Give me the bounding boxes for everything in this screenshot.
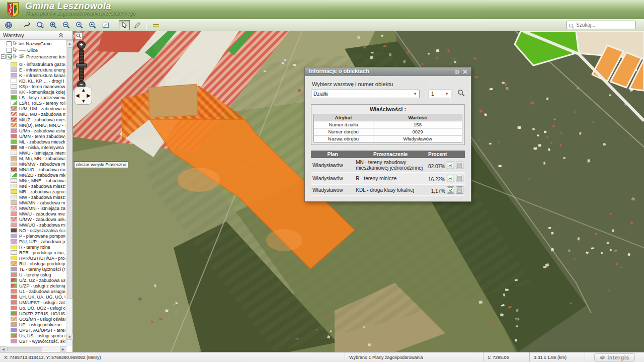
legend-item[interactable]: MW/MN - zabudowa mieszkaniowa [0, 200, 66, 205]
dialog-titlebar[interactable]: Informacje o obiektach [305, 67, 471, 76]
legend-item[interactable]: MN(U), MN/U, MN,U - zabudowa [0, 122, 66, 128]
pan-pad[interactable]: ▲ ▼ ◀ ▶ [74, 87, 92, 105]
legend-item[interactable]: M, Mn, MN - zabudowa mieszkaniowa [0, 156, 66, 161]
legend-item[interactable]: LS - lasy i zadrzewienia [0, 95, 66, 100]
chart-icon[interactable] [447, 175, 454, 182]
legend-item[interactable]: E - infrastruktura energetyczna [0, 67, 66, 73]
legend-item[interactable]: UH, UK, UA, UG, UO, UST - usługi [0, 294, 66, 300]
scroll-up-icon[interactable]: ▲ [66, 40, 73, 46]
legend-item[interactable]: LS/R, R/LS - tereny rolne i leśne [0, 100, 66, 106]
legend-item[interactable]: UO/ZP, ZP/US, UO/US - usługi [0, 311, 66, 316]
legend-item[interactable]: NO - oczyszczalnia ścieków [0, 228, 66, 233]
legend-item[interactable]: U/M, UM - zabudowa usługowa [0, 106, 66, 111]
legend-item[interactable]: ML - zabudowa mieszkaniowa [0, 139, 66, 144]
collapse-panel-icon[interactable] [58, 33, 63, 39]
pan-down-icon[interactable]: ▼ [81, 99, 86, 104]
legend-item[interactable]: U/ZP - usługi z zielenią towarzyszącą [0, 283, 66, 288]
select-pointer-button[interactable] [119, 20, 130, 30]
chart-icon[interactable] [447, 186, 454, 194]
legend-item[interactable]: Uo, UO, UO2 - usługi oświaty [0, 305, 66, 311]
pan-up-icon[interactable]: ▲ [81, 88, 86, 93]
legend-item[interactable]: MR - zabudowa zagrodowa [0, 189, 66, 194]
horizontal-scrollbar[interactable]: ◀ ▶ [0, 346, 66, 352]
search-input[interactable] [576, 21, 634, 29]
legend-item[interactable]: U - tereny usług [0, 272, 66, 277]
collapse-node-icon[interactable]: − [1, 54, 6, 59]
legend-item[interactable]: MNe, MNE - zabudowa mieszkaniowa [0, 178, 66, 183]
legend-item[interactable]: P/U, U/P - zabudowa produkcyjna [0, 239, 66, 244]
zoom-out-button[interactable] [61, 20, 72, 30]
legend-item[interactable]: MW/UO - zabudowa mieszkaniowa [0, 222, 66, 228]
legend-item[interactable]: U/Z, UZ - zabudowa usługowa [0, 277, 66, 283]
horizontal-scroll-thumb[interactable] [7, 347, 42, 351]
layer-select[interactable]: Działki▼ [311, 90, 420, 98]
dialog-close-icon[interactable] [462, 68, 468, 75]
intergis-logo[interactable]: intergis [594, 353, 635, 361]
legend-item[interactable]: MWU - istniejąca intensywna [0, 150, 66, 156]
legend-item[interactable]: U1 - zabudowa usługowa [0, 288, 66, 294]
zoom-slider-handle[interactable] [76, 63, 87, 67]
legend-item[interactable]: MW - zabudowa mieszkaniowa [0, 194, 66, 200]
layer-checkbox[interactable] [7, 48, 12, 53]
legend-item[interactable]: U/MN - teren zabudowy usługowej [0, 133, 66, 139]
scroll-left-icon[interactable]: ◀ [0, 346, 7, 352]
layer-item-przeznaczenie[interactable]: − Przeznaczenie terenów [0, 53, 66, 60]
legend-item[interactable]: MNi - zabudowa mieszkaniowa [0, 183, 66, 189]
legend-item[interactable]: MI - niska, intensywna zabudowa [0, 144, 66, 150]
legend-item[interactable]: U/Mn - zabudowa usługowa [0, 128, 66, 133]
find-object-button[interactable] [457, 89, 465, 99]
legend-item[interactable]: RPR - produkcja rolna, przetw. [0, 250, 66, 255]
document-icon[interactable] [456, 175, 463, 182]
next-extent-button[interactable] [87, 20, 98, 30]
legend-item[interactable]: P - planowane pompownie [0, 233, 66, 239]
zoom-in-button[interactable]: + [77, 41, 86, 49]
pan-button[interactable] [22, 20, 33, 30]
layer-checkbox[interactable] [7, 41, 12, 46]
pan-left-icon[interactable]: ◀ [75, 93, 79, 98]
legend-item[interactable]: TŁ - tereny łączności (radiowej) [0, 266, 66, 272]
measure-button[interactable] [150, 20, 162, 30]
legend-item[interactable]: UPST, AG/UPST - tereny usług [0, 327, 66, 333]
zoom-in-button[interactable] [48, 20, 59, 30]
legend-item[interactable]: KSp - teren manewrowo-postojowy [0, 84, 66, 89]
legend-item[interactable]: MW/U - zabudowa mieszkaniowa [0, 211, 66, 216]
dialog-pin-icon[interactable] [453, 68, 460, 75]
document-icon[interactable] [456, 162, 463, 169]
layer-item-nazwygmin[interactable]: text NazwyGmin [0, 40, 66, 47]
pan-right-icon[interactable]: ▶ [87, 93, 91, 98]
scroll-right-icon[interactable]: ▶ [60, 346, 66, 352]
chart-icon[interactable] [447, 162, 454, 169]
legend-item[interactable]: UO2/Mn - usługi oświaty, zdrowia [0, 316, 66, 322]
legend-item[interactable]: G - infrastruktura gazowa [0, 61, 66, 67]
layer-item-ulice[interactable]: Ulice [0, 47, 66, 53]
legend-item[interactable]: UST - wytwórczość, składy [0, 338, 66, 344]
prev-extent-button[interactable] [74, 20, 85, 30]
object-number-select[interactable]: 1▼ [429, 90, 451, 98]
identify-button[interactable] [132, 20, 143, 30]
legend-item[interactable]: KD, KL, KP, ... - drogi i ciągi [0, 78, 66, 84]
zoom-box-button[interactable] [35, 20, 46, 30]
layer-checkbox-checked[interactable] [7, 54, 12, 59]
legend-item[interactable]: R - tereny rolne [0, 244, 66, 250]
legend-item[interactable]: M/U, MU - zabudowa mieszkaniowa [0, 111, 66, 117]
legend-item[interactable]: MW/MNi - istniejąca zabudowa [0, 205, 66, 211]
full-extent-button[interactable] [3, 20, 14, 30]
legend-item[interactable]: K - infrastruktura kanalizacyjna [0, 73, 66, 78]
legend-item[interactable]: UP - usługi publiczne [0, 322, 66, 327]
vertical-scrollbar[interactable]: ▲ ▼ [66, 40, 72, 346]
map-search-button[interactable] [75, 32, 83, 40]
legend-item[interactable]: UM/UPST - usługi i zabudowa [0, 300, 66, 305]
legend-item[interactable]: U/MW - zabudowa usługowa [0, 216, 66, 222]
zoom-slider-track[interactable] [79, 49, 84, 81]
legend-item[interactable]: KK - komunikacja kolejowa [0, 89, 66, 95]
legend-item[interactable]: MN/UO - zabudowa mieszkaniowa [0, 167, 66, 172]
scroll-down-icon[interactable]: ▼ [66, 334, 73, 340]
legend-item[interactable]: MN/ZD - zabudowa mieszkaniowa [0, 172, 66, 178]
vertical-scroll-thumb[interactable] [67, 47, 72, 299]
legend-item[interactable]: Us, US - usługi sportu i rekreacji [0, 333, 66, 338]
legend-item[interactable]: RU - obsługa produkcji w gosp. [0, 261, 66, 266]
legend-item[interactable]: MN/MW - zabudowa mieszkaniowa [0, 161, 66, 167]
legend-item[interactable]: M/UZ - zabudowa mieszkaniowa [0, 117, 66, 122]
zoom-selection-button[interactable] [100, 20, 111, 30]
document-icon[interactable] [456, 186, 463, 194]
